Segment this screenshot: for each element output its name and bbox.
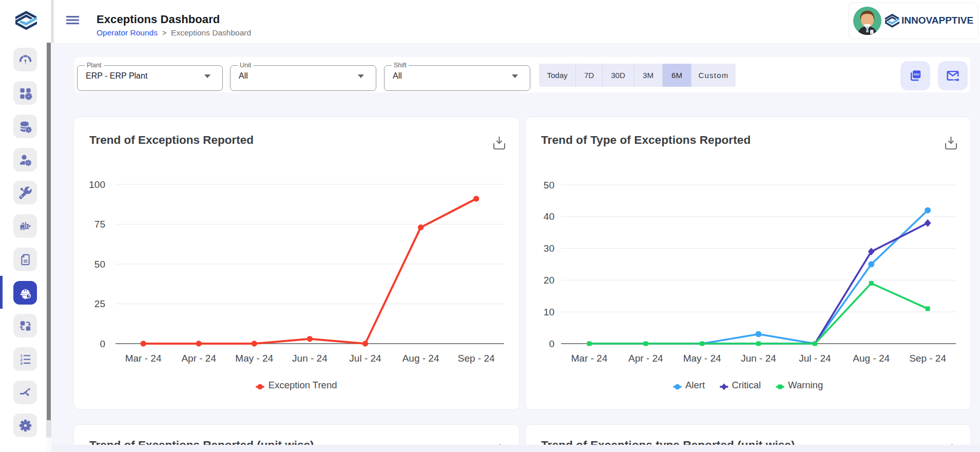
svg-text:PDF: PDF [914,73,920,76]
svg-text:Mar - 24: Mar - 24 [571,353,608,364]
svg-text:50: 50 [544,180,554,191]
svg-text:Mar - 24: Mar - 24 [125,353,162,364]
svg-text:75: 75 [94,219,105,230]
svg-text:Jun - 24: Jun - 24 [741,353,776,364]
svg-text:3: 3 [20,361,23,365]
svg-text:Aug - 24: Aug - 24 [853,353,890,364]
svg-text:Jul - 24: Jul - 24 [799,353,831,364]
svg-text:0: 0 [549,338,554,349]
svg-text:Apr - 24: Apr - 24 [628,353,663,364]
svg-text:Jun - 24: Jun - 24 [292,353,328,364]
svg-text:Sep - 24: Sep - 24 [909,353,946,364]
svg-text:May - 24: May - 24 [235,353,273,364]
svg-text:May - 24: May - 24 [683,353,721,364]
svg-text:25: 25 [94,298,105,309]
svg-text:Alert: Alert [685,380,705,390]
svg-text:Warning: Warning [788,380,823,390]
svg-text:Exception Trend: Exception Trend [268,380,337,390]
svg-text:0: 0 [100,338,105,349]
svg-text:30: 30 [544,243,554,254]
svg-text:Apr - 24: Apr - 24 [181,353,216,364]
svg-text:20: 20 [544,275,554,286]
svg-text:Sep - 24: Sep - 24 [458,353,495,364]
svg-text:Aug - 24: Aug - 24 [402,353,439,364]
svg-text:40: 40 [544,211,554,222]
svg-text:Critical: Critical [732,380,761,390]
svg-text:100: 100 [89,179,105,190]
svg-text:Jul - 24: Jul - 24 [349,353,381,364]
svg-text:50: 50 [94,259,105,270]
svg-text:10: 10 [544,307,554,317]
